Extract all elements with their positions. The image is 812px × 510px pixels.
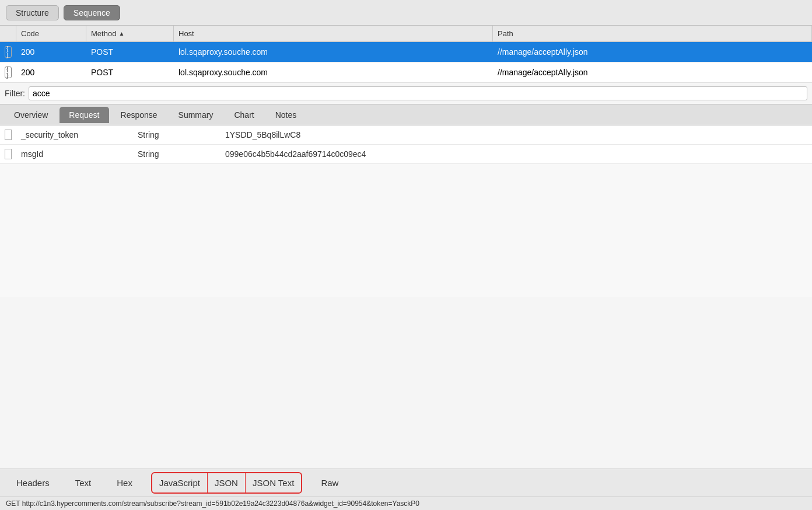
param-row[interactable]: _security_token String 1YSDD_5Bq8ilLwC8: [0, 125, 812, 145]
tab-request[interactable]: Request: [60, 107, 108, 123]
row-icon-cell: { }: [0, 62, 16, 82]
sort-arrow-icon: ▲: [118, 30, 124, 37]
bottom-tab-bar: Headers Text Hex JavaScript JSON JSON Te…: [0, 469, 812, 497]
row-code: 200: [16, 42, 86, 62]
param-name: msgId: [16, 145, 133, 163]
col-header-code[interactable]: Code: [16, 26, 86, 41]
top-toolbar: Structure Sequence: [0, 0, 812, 26]
row-method: POST: [86, 42, 174, 62]
param-doc-icon: [5, 130, 12, 140]
param-name: _security_token: [16, 125, 133, 144]
col-header-path[interactable]: Path: [493, 26, 812, 41]
table-header: Code Method ▲ Host Path: [0, 26, 812, 42]
structure-button[interactable]: Structure: [6, 5, 59, 20]
row-method: POST: [86, 62, 174, 82]
bottom-tab-json-text[interactable]: JSON Text: [246, 473, 301, 492]
bottom-tab-hex[interactable]: Hex: [110, 473, 139, 492]
row-code: 200: [16, 62, 86, 82]
table-row[interactable]: { } 200 POST lol.sqaproxy.souche.com //m…: [0, 62, 812, 83]
tab-notes[interactable]: Notes: [266, 107, 306, 123]
row-host: lol.sqaproxy.souche.com: [174, 42, 493, 62]
param-icon-cell: [0, 145, 16, 163]
filter-input[interactable]: [29, 86, 807, 100]
detail-tab-bar: Overview Request Response Summary Chart …: [0, 104, 812, 125]
tab-summary[interactable]: Summary: [169, 107, 223, 123]
param-value: 1YSDD_5Bq8ilLwC8: [220, 125, 812, 144]
bottom-tab-json[interactable]: JSON: [208, 473, 246, 492]
row-path: //manage/acceptAlly.json: [493, 42, 812, 62]
param-value: 099e06c4b5b44cd2aaf69714c0c09ec4: [220, 145, 812, 163]
sequence-button[interactable]: Sequence: [64, 5, 120, 20]
col-header-icon: [0, 26, 16, 41]
param-icon-cell: [0, 125, 16, 144]
tab-chart[interactable]: Chart: [225, 107, 263, 123]
col-header-host[interactable]: Host: [174, 26, 493, 41]
param-doc-icon: [5, 149, 12, 159]
row-host: lol.sqaproxy.souche.com: [174, 62, 493, 82]
col-header-method[interactable]: Method ▲: [86, 26, 174, 41]
request-icon: { }: [5, 67, 12, 78]
empty-content-area: [0, 297, 812, 469]
bottom-tab-headers[interactable]: Headers: [9, 473, 57, 492]
request-table: { } 200 POST lol.sqaproxy.souche.com //m…: [0, 42, 812, 83]
param-type: String: [133, 145, 220, 163]
row-path: //manage/acceptAlly.json: [493, 62, 812, 82]
filter-label: Filter:: [5, 89, 25, 98]
bottom-tab-text[interactable]: Text: [68, 473, 99, 492]
bottom-tab-javascript[interactable]: JavaScript: [152, 473, 208, 492]
param-type: String: [133, 125, 220, 144]
param-row[interactable]: msgId String 099e06c4b5b44cd2aaf69714c0c…: [0, 145, 812, 164]
params-table: _security_token String 1YSDD_5Bq8ilLwC8 …: [0, 125, 812, 297]
table-row[interactable]: { } 200 POST lol.sqaproxy.souche.com //m…: [0, 42, 812, 62]
filter-bar: Filter:: [0, 83, 812, 104]
status-bar: GET http://c1n3.hypercomments.com/stream…: [0, 497, 812, 510]
row-icon-cell: { }: [0, 42, 16, 62]
bottom-tab-group-json: JavaScript JSON JSON Text: [151, 472, 302, 494]
request-icon: { }: [5, 46, 12, 58]
tab-overview[interactable]: Overview: [5, 107, 57, 123]
bottom-tab-raw[interactable]: Raw: [314, 473, 345, 492]
tab-response[interactable]: Response: [111, 107, 167, 123]
